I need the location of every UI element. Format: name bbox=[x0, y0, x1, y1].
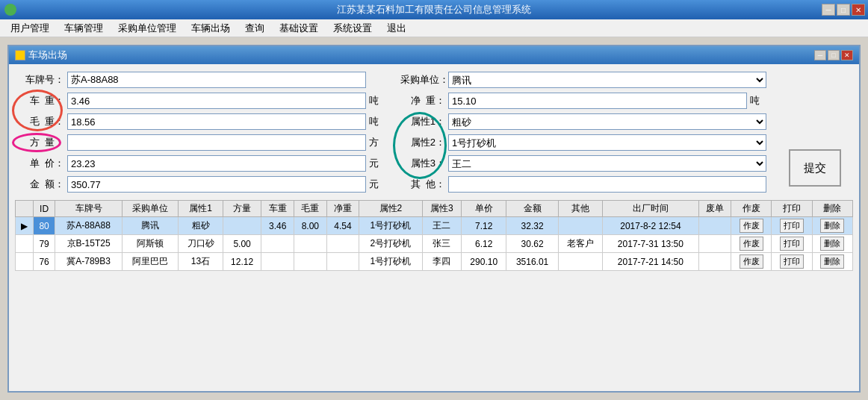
data-table: ID 车牌号 采购单位 属性1 方量 车重 毛重 净重 属性2 属性3 单价 金… bbox=[15, 200, 853, 271]
form-row-weight: 车 重： 吨 bbox=[19, 93, 385, 109]
cell-volume: 5.00 bbox=[223, 235, 261, 253]
input-gross[interactable] bbox=[67, 113, 366, 130]
dialog-window: 车场出场 ─ □ ✕ 车牌号： bbox=[7, 45, 861, 393]
cell-waste bbox=[698, 235, 731, 253]
col-header-zuofei: 作废 bbox=[731, 201, 772, 217]
cell-other: 老客户 bbox=[558, 235, 603, 253]
cell-buyer: 阿斯顿 bbox=[122, 235, 178, 253]
table-row[interactable]: 79 京B-15T25 阿斯顿 刀口砂 5.00 2号打砂机 张三 6.12 3… bbox=[16, 235, 853, 253]
unit-weight: 吨 bbox=[369, 94, 385, 107]
row-arrow: ▶ bbox=[16, 217, 34, 235]
cell-zuofei: 作废 bbox=[731, 217, 772, 235]
dialog-title-bar: 车场出场 ─ □ ✕ bbox=[9, 46, 859, 64]
form-row-price: 单 价： 元 bbox=[19, 155, 385, 172]
cell-attr2: 1号打砂机 bbox=[359, 253, 422, 271]
cell-waste bbox=[698, 253, 731, 271]
input-other[interactable] bbox=[448, 176, 766, 193]
menu-bar: 用户管理 车辆管理 采购单位管理 车辆出场 查询 基础设置 系统设置 退出 bbox=[0, 19, 868, 37]
menu-item-system-settings[interactable]: 系统设置 bbox=[326, 20, 379, 37]
menu-item-basic-settings[interactable]: 基础设置 bbox=[272, 20, 326, 37]
dialog-icon bbox=[15, 50, 25, 60]
menu-item-purchase[interactable]: 采购单位管理 bbox=[111, 20, 184, 37]
input-plate[interactable] bbox=[67, 72, 366, 88]
delete-button[interactable]: 删除 bbox=[820, 254, 844, 269]
maximize-button[interactable]: □ bbox=[837, 4, 850, 16]
dialog-maximize-button[interactable]: □ bbox=[828, 50, 840, 60]
col-header-attr3: 属性3 bbox=[422, 201, 461, 217]
cell-price: 7.12 bbox=[462, 217, 506, 235]
col-header-print: 打印 bbox=[772, 201, 812, 217]
unit-amount: 元 bbox=[369, 178, 385, 191]
dialog-title: 车场出场 bbox=[28, 49, 67, 62]
input-net[interactable] bbox=[448, 93, 747, 109]
cell-price: 6.12 bbox=[462, 235, 506, 253]
menu-item-exit-vehicle[interactable]: 车辆出场 bbox=[184, 20, 238, 37]
row-arrow bbox=[16, 253, 34, 271]
zuofei-button[interactable]: 作废 bbox=[740, 219, 763, 233]
print-button[interactable]: 打印 bbox=[780, 219, 804, 233]
form-row-volume: 方 量： 方 bbox=[19, 134, 385, 151]
col-header-volume: 方量 bbox=[223, 201, 261, 217]
input-amount[interactable] bbox=[67, 176, 366, 193]
cell-amount: 30.62 bbox=[506, 235, 558, 253]
app-title-bar: 江苏某某石料加工有限责任公司信息管理系统 ─ □ ✕ bbox=[0, 0, 868, 19]
select-buyer[interactable]: 腾讯 bbox=[448, 72, 766, 88]
cell-net bbox=[326, 253, 359, 271]
zuofei-button[interactable]: 作废 bbox=[740, 254, 763, 269]
dialog-close-button[interactable]: ✕ bbox=[841, 50, 853, 60]
col-header-buyer: 采购单位 bbox=[122, 201, 178, 217]
menu-item-vehicle[interactable]: 车辆管理 bbox=[57, 20, 111, 37]
submit-button[interactable]: 提交 bbox=[789, 149, 841, 187]
cell-net bbox=[326, 235, 359, 253]
input-volume[interactable] bbox=[67, 134, 366, 151]
cell-zuofei: 作废 bbox=[731, 253, 772, 271]
print-button[interactable]: 打印 bbox=[780, 254, 804, 269]
form-row-amount: 金 额： 元 bbox=[19, 176, 385, 193]
col-header-attr1: 属性1 bbox=[179, 201, 223, 217]
select-attr3[interactable]: 王二 bbox=[448, 155, 766, 172]
minimize-button[interactable]: ─ bbox=[822, 4, 835, 16]
col-header-plate: 车牌号 bbox=[55, 201, 123, 217]
menu-item-logout[interactable]: 退出 bbox=[379, 20, 414, 37]
input-weight[interactable] bbox=[67, 93, 366, 109]
col-header-id: ID bbox=[33, 201, 55, 217]
form-right: 采购单位： 腾讯 净 重： 吨 属性1： 粗砂 bbox=[400, 72, 766, 193]
menu-item-query[interactable]: 查询 bbox=[238, 20, 272, 37]
delete-button[interactable]: 删除 bbox=[820, 219, 844, 233]
close-button[interactable]: ✕ bbox=[852, 4, 865, 16]
table-row[interactable]: ▶ 80 苏A-88A88 腾讯 粗砂 3.46 8.00 4.54 1号打砂机… bbox=[16, 217, 853, 235]
cell-gross: 8.00 bbox=[294, 217, 327, 235]
label-weight: 车 重： bbox=[19, 94, 64, 107]
col-header-net: 净重 bbox=[326, 201, 359, 217]
col-header-weight: 车重 bbox=[261, 201, 294, 217]
cell-other bbox=[558, 217, 603, 235]
label-buyer: 采购单位： bbox=[400, 73, 445, 87]
form-row-buyer: 采购单位： 腾讯 bbox=[400, 72, 766, 88]
menu-item-user[interactable]: 用户管理 bbox=[3, 20, 57, 37]
dialog-title-left: 车场出场 bbox=[15, 49, 67, 62]
dialog-minimize-button[interactable]: ─ bbox=[814, 50, 826, 60]
cell-gross bbox=[294, 235, 327, 253]
label-gross: 毛 重： bbox=[19, 115, 64, 128]
label-amount: 金 额： bbox=[19, 178, 64, 191]
table-area: ID 车牌号 采购单位 属性1 方量 车重 毛重 净重 属性2 属性3 单价 金… bbox=[9, 200, 859, 391]
cell-print: 打印 bbox=[772, 253, 812, 271]
title-bar-controls: ─ □ ✕ bbox=[822, 4, 865, 16]
table-row[interactable]: 76 冀A-789B3 阿里巴巴 13石 12.12 1号打砂机 李四 290.… bbox=[16, 253, 853, 271]
select-attr2[interactable]: 1号打砂机 bbox=[448, 134, 766, 151]
delete-button[interactable]: 删除 bbox=[820, 237, 844, 251]
select-attr1[interactable]: 粗砂 bbox=[448, 113, 766, 130]
cell-gross bbox=[294, 253, 327, 271]
zuofei-button[interactable]: 作废 bbox=[740, 237, 763, 251]
cell-amount: 32.32 bbox=[506, 217, 558, 235]
label-volume: 方 量： bbox=[19, 136, 64, 149]
cell-volume: 12.12 bbox=[223, 253, 261, 271]
input-price[interactable] bbox=[67, 155, 366, 172]
cell-time: 2017-8-2 12:54 bbox=[603, 217, 698, 235]
cell-plate: 冀A-789B3 bbox=[55, 253, 123, 271]
cell-attr1: 刀口砂 bbox=[179, 235, 223, 253]
form-row-net: 净 重： 吨 bbox=[400, 93, 766, 109]
cell-weight bbox=[261, 235, 294, 253]
cell-delete: 删除 bbox=[812, 235, 852, 253]
print-button[interactable]: 打印 bbox=[780, 237, 804, 251]
